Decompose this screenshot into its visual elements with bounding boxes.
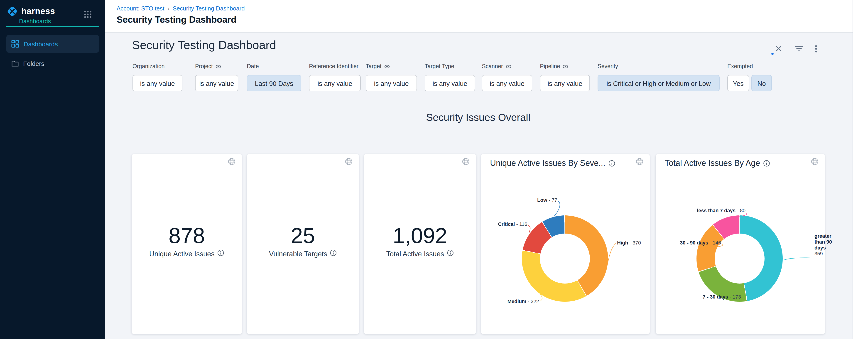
- dashboards-grid-icon: [11, 40, 19, 48]
- page-title: Security Testing Dashboard: [117, 15, 237, 25]
- filter-date-value[interactable]: Last 90 Days: [247, 75, 301, 91]
- vertical-scrollbar[interactable]: [852, 0, 868, 339]
- link-icon: [506, 64, 511, 68]
- info-icon[interactable]: [609, 160, 615, 167]
- filter-label: Scanner: [482, 63, 503, 69]
- link-icon: [216, 64, 221, 68]
- filter-icon[interactable]: [795, 46, 804, 54]
- card-unique-active-issues: 878 Unique Active Issues: [132, 154, 242, 334]
- globe-icon[interactable]: [811, 158, 818, 167]
- filter-scanner: Scanner is any value: [482, 63, 532, 91]
- filter-label: Pipeline: [540, 63, 560, 69]
- dashboard-title: Security Testing Dashboard: [132, 38, 276, 52]
- stat-label: Total Active Issues: [386, 250, 444, 258]
- link-icon: [384, 64, 390, 68]
- globe-icon[interactable]: [228, 158, 236, 167]
- slice-label: less than 7 days- 80: [677, 208, 745, 214]
- filter-reference-identifier: Reference Identifier is any value: [309, 63, 361, 91]
- chart-title: Total Active Issues By Age: [665, 159, 760, 168]
- filter-target-type: Target Type is any value: [425, 63, 475, 91]
- globe-icon[interactable]: [345, 158, 352, 167]
- filter-exempted: Exempted Yes No: [727, 63, 773, 91]
- slice-label: 7 - 30 days- 173: [687, 294, 741, 300]
- harness-logo-icon: [6, 5, 18, 17]
- folder-icon: [11, 60, 19, 67]
- filter-scanner-value[interactable]: is any value: [482, 75, 532, 91]
- sidebar-item-label: Dashboards: [24, 40, 58, 48]
- slice-label: 30 - 90 days- 146: [665, 240, 721, 246]
- stat-label: Unique Active Issues: [149, 250, 215, 258]
- filter-pipeline: Pipeline is any value: [540, 63, 590, 91]
- filter-label: Reference Identifier: [309, 63, 361, 70]
- exempted-no-button[interactable]: No: [751, 75, 772, 91]
- filter-target-type-value[interactable]: is any value: [425, 75, 475, 91]
- filter-target: Target is any value: [366, 63, 417, 91]
- slice-label: Medium- 322: [499, 299, 539, 305]
- filter-label: Target: [366, 63, 381, 69]
- filter-project-value[interactable]: is any value: [195, 75, 238, 91]
- filter-severity: Severity is Critical or High or Medium o…: [597, 63, 720, 91]
- stat-value: 25: [247, 223, 359, 248]
- sidebar: harness Dashboards Dashboards Folders: [0, 0, 105, 339]
- info-icon[interactable]: [447, 250, 454, 258]
- filter-severity-value[interactable]: is Critical or High or Medium or Low: [597, 75, 720, 91]
- info-icon[interactable]: [763, 160, 770, 167]
- filter-organization: Organization is any value: [132, 63, 182, 91]
- card-issues-by-age: Total Active Issues By Age greater than …: [656, 154, 825, 334]
- card-total-active-issues: 1,092 Total Active Issues: [364, 154, 476, 334]
- link-icon: [563, 64, 568, 68]
- breadcrumb-separator: ›: [168, 5, 170, 12]
- brand-logo[interactable]: harness: [6, 5, 55, 17]
- card-issues-by-severity: Unique Active Issues By Seve... High- 37…: [481, 154, 650, 334]
- filter-label: Project: [195, 63, 213, 69]
- apps-grid-icon[interactable]: [84, 10, 92, 20]
- breadcrumb: Account: STO test › Security Testing Das…: [117, 5, 245, 12]
- filter-date: Date Last 90 Days: [247, 63, 301, 91]
- close-icon[interactable]: [775, 45, 782, 54]
- info-icon[interactable]: [217, 250, 224, 258]
- breadcrumb-page-link[interactable]: Security Testing Dashboard: [173, 5, 245, 12]
- sidebar-item-folders[interactable]: Folders: [6, 56, 99, 71]
- exempted-yes-button[interactable]: Yes: [727, 75, 749, 91]
- stat-label: Vulnerable Targets: [269, 250, 328, 258]
- kebab-menu-icon[interactable]: [815, 45, 817, 55]
- stat-value: 1,092: [364, 223, 476, 248]
- filter-label: Exempted: [727, 63, 773, 70]
- cursor-dot: [771, 53, 774, 55]
- slice-label: Low- 77: [513, 197, 557, 203]
- module-label: Dashboards: [19, 18, 51, 25]
- globe-icon[interactable]: [636, 158, 643, 167]
- globe-icon[interactable]: [462, 158, 470, 167]
- filter-pipeline-value[interactable]: is any value: [540, 75, 590, 91]
- sidebar-item-label: Folders: [23, 60, 44, 67]
- age-donut-chart[interactable]: [696, 216, 783, 302]
- stat-value: 878: [132, 223, 242, 248]
- slice-label: Critical- 116: [484, 221, 527, 227]
- info-icon[interactable]: [330, 250, 337, 258]
- sidebar-item-dashboards[interactable]: Dashboards: [6, 35, 99, 53]
- filter-label: Severity: [597, 63, 720, 70]
- filter-target-value[interactable]: is any value: [366, 75, 417, 91]
- filter-label: Organization: [132, 63, 182, 70]
- filter-organization-value[interactable]: is any value: [132, 75, 182, 91]
- slice-label: greater than 90 days- 359: [814, 233, 836, 257]
- chart-title: Unique Active Issues By Seve...: [490, 159, 605, 168]
- filter-label: Target Type: [425, 63, 475, 70]
- filter-reference-identifier-value[interactable]: is any value: [309, 75, 361, 91]
- filter-label: Date: [247, 63, 301, 70]
- card-vulnerable-targets: 25 Vulnerable Targets: [247, 154, 359, 334]
- slice-label: High- 370: [617, 240, 649, 246]
- breadcrumb-account-link[interactable]: Account: STO test: [117, 5, 164, 12]
- severity-donut-chart[interactable]: [522, 216, 608, 302]
- brand-wordmark: harness: [21, 6, 55, 16]
- section-title: Security Issues Overall: [132, 112, 825, 123]
- filter-project: Project is any value: [195, 63, 238, 91]
- module-underline: [6, 26, 99, 27]
